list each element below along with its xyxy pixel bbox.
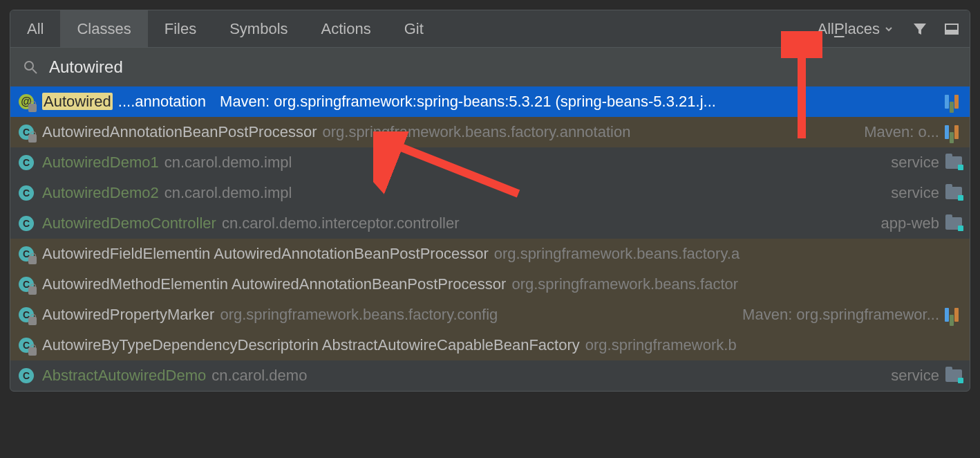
result-name: AutowiredDemo1 <box>42 154 159 172</box>
tab-bar: All Classes Files Symbols Actions Git Al… <box>10 10 970 48</box>
result-name: AutowiredMethodElement <box>42 275 216 293</box>
tab-actions[interactable]: Actions <box>305 10 388 47</box>
class-icon: C <box>17 275 35 293</box>
tab-files[interactable]: Files <box>148 10 213 47</box>
tab-classes[interactable]: Classes <box>60 10 147 47</box>
result-package: org.springframework.beans.factory.a <box>494 245 739 263</box>
result-package: cn.carol.demo.interceptor.controller <box>222 214 460 232</box>
result-name: AutowiredFieldElement <box>42 245 198 263</box>
class-icon: C <box>17 123 35 141</box>
result-package: ....annotation <box>118 93 206 111</box>
result-row[interactable]: C AutowiredAnnotationBeanPostProcessor o… <box>10 117 970 147</box>
result-package: org.springframework.b <box>585 336 737 354</box>
library-icon <box>945 93 963 111</box>
svg-point-2 <box>25 62 33 70</box>
result-in: in AutowiredAnnotationBeanPostProcessor <box>216 275 506 293</box>
result-package: cn.carol.demo <box>211 367 307 385</box>
result-name: AutowiredAnnotationBeanPostProcessor <box>42 123 317 141</box>
class-icon: C <box>17 336 35 354</box>
result-package: org.springframework.beans.factory.config <box>220 306 498 324</box>
result-name: AutowireByTypeDependencyDescriptor <box>42 336 307 354</box>
search-bar <box>10 48 970 86</box>
match-highlight: Autowired <box>42 93 113 110</box>
result-in: in AbstractAutowireCapableBeanFactory <box>307 336 580 354</box>
results-list: @ Autowired ....annotation Maven: org.sp… <box>10 86 970 391</box>
scope-rest: laces <box>845 20 880 38</box>
scope-dropdown[interactable]: All Places <box>811 20 901 38</box>
pin-button[interactable] <box>939 17 964 42</box>
result-location: service <box>891 367 939 385</box>
scope-underline: P <box>834 20 845 38</box>
search-input[interactable] <box>49 57 957 77</box>
filter-button[interactable] <box>907 17 932 42</box>
folder-icon <box>945 214 963 232</box>
search-icon <box>23 59 38 75</box>
tab-git[interactable]: Git <box>388 10 440 47</box>
result-package: cn.carol.demo.impl <box>164 184 292 202</box>
result-name: AutowiredDemoController <box>42 214 216 232</box>
result-row[interactable]: C AutowiredDemoController cn.carol.demo.… <box>10 208 970 239</box>
result-location: service <box>891 184 939 202</box>
result-row[interactable]: C AbstractAutowiredDemo cn.carol.demo se… <box>10 360 970 391</box>
result-location: app-web <box>881 214 939 232</box>
result-row[interactable]: C AutowiredFieldElement in AutowiredAnno… <box>10 239 970 269</box>
result-package: cn.carol.demo.impl <box>164 154 292 172</box>
scope-prefix: All <box>818 20 834 38</box>
svg-rect-1 <box>945 30 958 34</box>
result-location: Maven: org.springframewor... <box>742 306 939 324</box>
folder-icon <box>945 367 963 385</box>
result-package: org.springframework.beans.factor <box>511 275 738 293</box>
result-row[interactable]: C AutowireByTypeDependencyDescriptor in … <box>10 330 970 360</box>
library-icon <box>945 123 963 141</box>
result-name: AbstractAutowiredDemo <box>42 367 206 385</box>
result-row[interactable]: @ Autowired ....annotation Maven: org.sp… <box>10 86 970 117</box>
class-icon: C <box>17 154 35 172</box>
result-row[interactable]: C AutowiredPropertyMarker org.springfram… <box>10 300 970 330</box>
result-name: AutowiredDemo2 <box>42 184 159 202</box>
open-tool-window-icon <box>944 21 959 37</box>
class-icon: C <box>17 245 35 263</box>
folder-icon <box>945 184 963 202</box>
class-icon: C <box>17 367 35 385</box>
library-icon <box>945 306 963 324</box>
search-everywhere-dialog: All Classes Files Symbols Actions Git Al… <box>10 10 970 392</box>
filter-icon <box>912 21 927 37</box>
class-icon: C <box>17 214 35 232</box>
result-row[interactable]: C AutowiredDemo2 cn.carol.demo.impl serv… <box>10 178 970 208</box>
class-icon: C <box>17 184 35 202</box>
result-package: org.springframework.beans.factory.annota… <box>322 123 630 141</box>
tab-symbols[interactable]: Symbols <box>213 10 304 47</box>
result-row[interactable]: C AutowiredDemo1 cn.carol.demo.impl serv… <box>10 147 970 178</box>
class-icon: C <box>17 306 35 324</box>
folder-icon <box>945 154 963 172</box>
svg-line-3 <box>32 69 37 73</box>
result-row[interactable]: C AutowiredMethodElement in AutowiredAnn… <box>10 269 970 300</box>
result-in: in AutowiredAnnotationBeanPostProcessor <box>198 245 488 263</box>
result-location: Maven: org.springframework:spring-beans:… <box>220 93 716 111</box>
annotation-icon: @ <box>17 93 35 111</box>
result-location: Maven: o... <box>864 123 939 141</box>
chevron-down-icon <box>884 24 894 34</box>
result-location: service <box>891 154 939 172</box>
tab-all[interactable]: All <box>10 10 60 47</box>
result-name: AutowiredPropertyMarker <box>42 306 214 324</box>
